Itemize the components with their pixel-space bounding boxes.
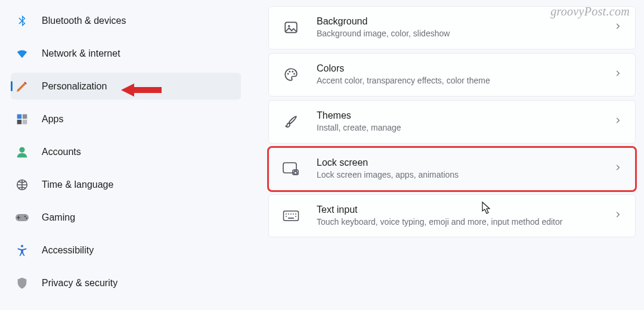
svg-point-4	[19, 147, 24, 152]
palette-icon	[282, 66, 300, 83]
card-subtitle: Touch keyboard, voice typing, emoji and …	[317, 216, 614, 228]
svg-point-23	[293, 213, 294, 215]
sidebar-item-label: Gaming	[42, 212, 75, 223]
card-subtitle: Install, create, manage	[317, 122, 614, 134]
card-title: Text input	[317, 204, 614, 215]
paintbrush-icon	[14, 79, 30, 94]
svg-rect-2	[17, 119, 22, 124]
svg-point-15	[293, 73, 295, 75]
svg-point-7	[24, 215, 26, 217]
chevron-right-icon	[614, 22, 622, 33]
gamepad-icon	[14, 210, 30, 225]
svg-point-14	[292, 71, 293, 73]
svg-rect-27	[288, 218, 294, 219]
svg-point-8	[26, 217, 27, 219]
card-subtitle: Accent color, transparency effects, colo…	[317, 75, 614, 86]
card-themes[interactable]: Themes Install, create, manage	[268, 100, 636, 144]
card-background[interactable]: Background Background image, color, slid…	[268, 6, 636, 49]
svg-point-9	[21, 244, 23, 247]
card-title: Colors	[317, 63, 614, 74]
card-colors[interactable]: Colors Accent color, transparency effect…	[268, 53, 636, 97]
sidebar-item-label: Privacy & security	[42, 278, 117, 289]
card-text: Colors Accent color, transparency effect…	[317, 63, 614, 86]
lock-screen-icon	[282, 160, 300, 178]
svg-point-26	[295, 216, 296, 217]
sidebar-item-label: Bluetooth & devices	[42, 16, 126, 26]
sidebar-item-network[interactable]: Network & internet	[11, 40, 241, 67]
wifi-icon	[14, 46, 30, 61]
svg-rect-19	[284, 211, 299, 221]
svg-point-22	[290, 213, 292, 215]
apps-icon	[14, 111, 30, 127]
image-icon	[282, 18, 300, 36]
card-text: Text input Touch keyboard, voice typing,…	[317, 204, 614, 228]
sidebar-item-bluetooth[interactable]: Bluetooth & devices	[11, 7, 241, 34]
card-title: Background	[317, 16, 614, 27]
sidebar-item-accounts[interactable]: Accounts	[11, 138, 241, 165]
chevron-right-icon	[614, 116, 622, 127]
sidebar-item-privacy[interactable]: Privacy & security	[11, 269, 241, 296]
chevron-right-icon	[614, 69, 622, 80]
sidebar-item-label: Apps	[42, 114, 63, 125]
sidebar-item-label: Personalization	[42, 81, 107, 92]
card-text: Background Background image, color, slid…	[317, 16, 614, 39]
svg-point-24	[295, 213, 296, 215]
sidebar-item-label: Time & language	[42, 179, 113, 190]
card-subtitle: Background image, color, slideshow	[317, 28, 614, 39]
settings-sidebar: Bluetooth & devices Network & internet P…	[0, 0, 244, 310]
sidebar-item-label: Accessibility	[42, 245, 94, 256]
brush-icon	[282, 113, 300, 131]
svg-rect-10	[285, 23, 297, 33]
sidebar-item-accessibility[interactable]: Accessibility	[11, 237, 241, 264]
accessibility-icon	[14, 243, 30, 258]
svg-point-20	[286, 213, 287, 215]
sidebar-item-label: Network & internet	[42, 48, 120, 59]
svg-rect-3	[23, 119, 27, 124]
svg-point-12	[287, 73, 289, 75]
card-title: Lock screen	[317, 157, 614, 168]
svg-point-11	[288, 26, 290, 27]
sidebar-item-personalization[interactable]: Personalization	[11, 73, 241, 100]
personalization-content: Background Background image, color, slid…	[244, 0, 644, 310]
sidebar-item-apps[interactable]: Apps	[11, 106, 241, 132]
card-text: Lock screen Lock screen images, apps, an…	[317, 157, 614, 181]
svg-point-25	[286, 216, 287, 217]
card-text-input[interactable]: Text input Touch keyboard, voice typing,…	[268, 194, 636, 238]
clock-globe-icon	[14, 177, 30, 193]
bluetooth-icon	[14, 13, 30, 29]
card-title: Themes	[317, 110, 614, 121]
svg-point-13	[289, 71, 291, 73]
card-lock-screen[interactable]: Lock screen Lock screen images, apps, an…	[268, 147, 636, 191]
sidebar-item-label: Accounts	[42, 147, 81, 157]
sidebar-item-gaming[interactable]: Gaming	[11, 204, 241, 231]
card-subtitle: Lock screen images, apps, animations	[317, 169, 614, 181]
chevron-right-icon	[614, 210, 622, 221]
svg-point-21	[288, 213, 289, 215]
card-text: Themes Install, create, manage	[317, 110, 614, 134]
account-icon	[14, 144, 30, 160]
svg-rect-1	[23, 114, 27, 119]
shield-icon	[14, 275, 30, 291]
chevron-right-icon	[614, 163, 622, 174]
svg-rect-0	[17, 114, 22, 119]
sidebar-item-time-language[interactable]: Time & language	[11, 171, 241, 198]
keyboard-icon	[282, 207, 300, 225]
